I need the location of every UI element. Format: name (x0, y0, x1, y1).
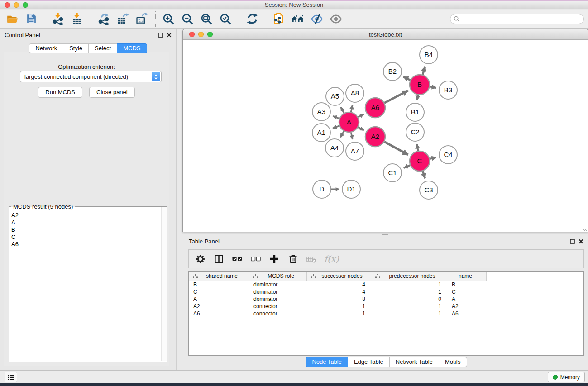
export-table-icon[interactable] (115, 11, 130, 27)
graph-edge-C-C2 (417, 144, 418, 151)
graph-node-label: A (347, 118, 351, 126)
hide-selected-icon[interactable] (310, 11, 324, 27)
table-row[interactable]: Adominator80A (189, 295, 583, 303)
save-session-icon[interactable] (24, 11, 38, 27)
delete-table-icon[interactable] (306, 253, 317, 265)
table-settings-icon[interactable] (194, 253, 206, 265)
zoom-fit-icon[interactable] (199, 11, 214, 27)
graph-edge-B-B2 (403, 77, 410, 80)
table-cell: 8 (307, 296, 371, 302)
close-panel-button[interactable]: Close panel (89, 87, 135, 98)
export-network-icon[interactable] (96, 11, 111, 27)
select-all-icon[interactable] (231, 253, 243, 265)
tab-mcds[interactable]: MCDS (117, 43, 147, 53)
select-stepper-icon (152, 72, 160, 81)
table-cell: connector (249, 303, 307, 310)
column-header-predecessor-nodes[interactable]: predecessor nodes (371, 272, 447, 281)
result-item[interactable]: A6 (11, 241, 161, 248)
result-item[interactable]: A (11, 219, 161, 226)
show-all-icon[interactable] (329, 11, 343, 27)
graph-edge-A-A1 (333, 126, 339, 128)
delete-row-icon[interactable] (287, 253, 299, 265)
memory-button[interactable]: Memory (548, 372, 585, 382)
import-network-icon[interactable] (51, 11, 65, 27)
export-image-icon[interactable] (134, 11, 149, 27)
tab-motifs[interactable]: Motifs (439, 357, 467, 367)
network-window-title: testGlobe.txt (183, 29, 588, 40)
resize-grip-icon[interactable] (581, 225, 588, 231)
table-cell: A (189, 296, 249, 302)
graph-node-label: B (417, 81, 422, 88)
show-column-icon[interactable] (213, 253, 225, 265)
column-header-successor-nodes[interactable]: successor nodes (307, 272, 371, 281)
graph-node-label: A7 (351, 147, 359, 155)
table-row[interactable]: A6connector11A6 (189, 310, 583, 317)
first-neighbors-icon[interactable] (291, 11, 305, 27)
function-builder-icon[interactable]: f(x) (324, 253, 339, 265)
graph-node-label: D1 (347, 185, 355, 193)
task-history-button[interactable] (5, 372, 17, 382)
table-cell: A (447, 296, 487, 302)
refresh-icon[interactable] (245, 11, 259, 27)
result-scrollbar[interactable] (161, 207, 167, 361)
tab-network-table[interactable]: Network Table (389, 357, 439, 367)
network-minimize-button[interactable] (198, 32, 204, 37)
tab-edge-table[interactable]: Edge Table (348, 357, 390, 367)
column-header-MCDS-role[interactable]: MCDS role (249, 272, 307, 281)
close-table-panel-icon[interactable] (578, 239, 583, 244)
result-item[interactable]: B (11, 226, 161, 234)
main-area: Control Panel NetworkStyleSelectMCDS Opt… (0, 29, 588, 370)
float-table-panel-icon[interactable] (570, 239, 575, 244)
application-window: Session: New Session (0, 0, 588, 386)
graph-node-label: A6 (371, 104, 379, 111)
result-item[interactable]: A2 (11, 212, 161, 219)
table-header-filler (487, 272, 583, 281)
search-input[interactable] (460, 16, 583, 22)
horizontal-splitter-handle[interactable] (382, 233, 388, 235)
table-cell: 1 (371, 289, 447, 295)
float-panel-icon[interactable] (158, 33, 163, 38)
network-close-button[interactable] (189, 32, 195, 37)
mcds-result-list[interactable]: A2ABCA6 (10, 212, 161, 361)
network-canvas[interactable]: B4B2BB3A5A8A6A3B1AC2A1A2A4A7CC4C1C3DD1 (183, 40, 588, 232)
table-row[interactable]: Bdominator41B (189, 281, 583, 288)
table-row[interactable]: A2connector11A2 (189, 303, 583, 310)
new-network-from-selection-icon[interactable] (272, 11, 286, 27)
close-panel-icon[interactable] (167, 33, 172, 38)
tab-style[interactable]: Style (63, 43, 89, 53)
column-header-shared-name[interactable]: shared name (189, 272, 249, 281)
column-header-name[interactable]: name (447, 272, 487, 281)
search-field[interactable] (450, 14, 584, 24)
import-table-icon[interactable] (70, 11, 84, 27)
open-session-icon[interactable] (5, 11, 19, 27)
graph-edge-A-A2 (358, 127, 363, 130)
tab-node-table[interactable]: Node Table (306, 357, 348, 367)
add-row-icon[interactable] (268, 253, 280, 265)
deselect-all-icon[interactable] (250, 253, 262, 265)
memory-status-icon (553, 375, 558, 380)
table-cell: 0 (371, 296, 447, 302)
criterion-select[interactable]: largest connected component (directed) (20, 71, 162, 82)
graph-node-label: C (417, 157, 422, 165)
zoom-in-icon[interactable] (161, 11, 176, 27)
tab-network[interactable]: Network (29, 43, 63, 53)
zoom-out-icon[interactable] (180, 11, 195, 27)
memory-label: Memory (560, 374, 580, 381)
result-item[interactable]: C (11, 234, 161, 241)
run-mcds-button[interactable]: Run MCDS (38, 87, 82, 98)
table-cell: 1 (307, 310, 371, 317)
graph-node-label: B3 (444, 86, 452, 94)
table-row[interactable]: Cdominator41C (189, 288, 583, 295)
tab-select[interactable]: Select (88, 43, 117, 53)
zoom-selected-icon[interactable] (218, 11, 233, 27)
table-cell: A2 (447, 303, 487, 310)
table-cell: C (447, 289, 487, 295)
minimize-window-button[interactable] (14, 2, 19, 8)
close-window-button[interactable] (5, 2, 10, 8)
toolbar-separator (239, 11, 239, 27)
network-zoom-button[interactable] (207, 32, 213, 37)
toolbar-separator (91, 11, 91, 27)
zoom-window-button[interactable] (23, 2, 28, 8)
network-window-titlebar[interactable]: testGlobe.txt (183, 29, 588, 40)
graph-edge-B-B3 (430, 86, 436, 88)
